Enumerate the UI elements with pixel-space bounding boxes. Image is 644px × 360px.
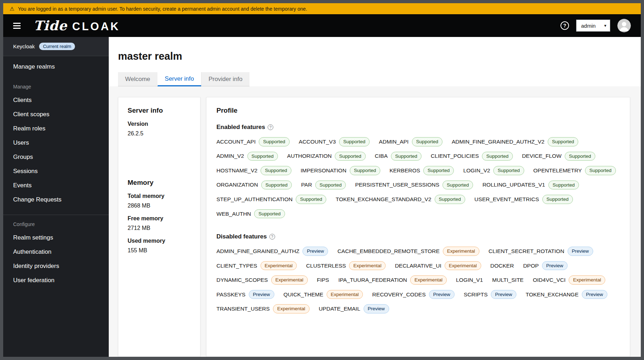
help-icon[interactable]: ?: [269, 234, 275, 240]
sidebar-section-configure-label: Configure: [3, 215, 109, 231]
sidebar-item[interactable]: Client scopes: [3, 107, 109, 122]
sidebar-item[interactable]: Sessions: [3, 164, 109, 178]
main-content: master realm WelcomeServer infoProvider …: [109, 37, 641, 357]
feature-name: CLIENT_SECRET_ROTATION: [489, 248, 564, 254]
warning-icon: ⚠: [10, 6, 14, 11]
sidebar-item[interactable]: Groups: [3, 150, 109, 164]
feature-badge: Supported: [247, 152, 278, 161]
feature-item: ADMIN_FINE_GRAINED_AUTHZ Preview: [216, 247, 328, 256]
sidebar-item[interactable]: Authentication: [3, 245, 109, 259]
sidebar-item[interactable]: User federation: [3, 273, 109, 288]
feature-name: PAR: [301, 182, 312, 188]
sidebar-item[interactable]: Users: [3, 136, 109, 150]
feature-item: ACCOUNT_API Supported: [216, 137, 290, 146]
profile-card: Profile Enabled features ? ACCOUNT_API S…: [206, 97, 630, 357]
feature-name: ADMIN_API: [379, 139, 409, 145]
feature-name: ACCOUNT_API: [216, 139, 256, 145]
feature-item: LOGIN_V2 Supported: [463, 166, 524, 175]
feature-name: PASSKEYS: [216, 291, 246, 298]
feature-item: CLIENT_POLICIES Supported: [431, 152, 513, 161]
feature-name: CLUSTERLESS: [306, 263, 346, 269]
sidebar-item[interactable]: Identity providers: [3, 259, 109, 273]
memory-field-value: 2868 MB: [128, 203, 191, 209]
help-icon[interactable]: ?: [560, 21, 569, 30]
feature-name: TOKEN_EXCHANGE_STANDARD_V2: [336, 196, 431, 203]
feature-badge: Experimental: [349, 261, 386, 270]
feature-item: CLUSTERLESS Experimental: [306, 261, 386, 270]
app-window: ⚠ You are logged in as a temporary admin…: [3, 3, 641, 357]
page-header: master realm WelcomeServer infoProvider …: [109, 37, 641, 86]
feature-item: ACCOUNT_V3 Supported: [299, 137, 370, 146]
sidebar-item[interactable]: Realm roles: [3, 122, 109, 136]
brand-logo-secondary: CLOAK: [72, 20, 120, 33]
sidebar-item-manage-realms[interactable]: Manage realms: [3, 60, 109, 74]
sidebar-item[interactable]: Change Requests: [3, 193, 109, 207]
feature-name: ACCOUNT_V3: [299, 139, 336, 145]
tab[interactable]: Welcome: [118, 72, 157, 86]
sidebar-item[interactable]: Events: [3, 178, 109, 193]
feature-item: TOKEN_EXCHANGE Preview: [526, 290, 607, 299]
feature-badge: Experimental: [273, 304, 310, 313]
realm-selector[interactable]: Keycloak Current realm: [3, 37, 109, 56]
feature-name: DECLARATIVE_UI: [395, 263, 441, 269]
feature-item: DPOP Preview: [523, 261, 568, 270]
feature-name: UPDATE_EMAIL: [319, 306, 360, 312]
feature-badge: Preview: [364, 304, 389, 313]
memory-field-label: Total memory: [128, 193, 191, 199]
feature-item: WEB_AUTHN Supported: [216, 209, 285, 219]
sidebar-section-configure: Configure Realm settingsAuthenticationId…: [3, 215, 109, 288]
feature-badge: Preview: [582, 290, 607, 299]
feature-name: MULTI_SITE: [492, 277, 524, 283]
tab[interactable]: Server info: [157, 72, 201, 86]
feature-name: RECOVERY_CODES: [372, 291, 425, 298]
feature-item: USER_EVENT_METRICS Supported: [474, 195, 573, 204]
content-area: Server info Version 26.2.5 Memory Total …: [109, 86, 641, 357]
version-label: Version: [128, 121, 191, 127]
feature-name: FIPS: [317, 277, 329, 283]
feature-item: IPA_TUURA_FEDERATION Experimental: [338, 275, 447, 285]
feature-badge: Preview: [542, 261, 568, 270]
user-menu-dropdown[interactable]: admin ▾: [576, 20, 610, 32]
feature-name: QUICK_THEME: [284, 291, 323, 298]
menu-toggle-icon[interactable]: [13, 23, 21, 29]
sidebar-item[interactable]: Clients: [3, 93, 109, 107]
feature-name: TOKEN_EXCHANGE: [526, 291, 579, 298]
disabled-features-header: Disabled features ?: [216, 233, 620, 240]
feature-item: RECOVERY_CODES Preview: [372, 290, 454, 299]
feature-item: ADMIN_V2 Supported: [216, 152, 278, 161]
feature-item: OPENTELEMETRY Supported: [533, 166, 616, 175]
memory-field-value: 155 MB: [128, 247, 191, 254]
feature-badge: Experimental: [445, 261, 481, 270]
feature-item: ADMIN_API Supported: [379, 137, 442, 146]
memory-fields-list: Total memory 2868 MB Free memory 2712 MB…: [128, 193, 191, 254]
help-icon[interactable]: ?: [268, 124, 273, 130]
feature-badge: Supported: [315, 181, 346, 190]
realm-selector-label: Keycloak: [13, 43, 35, 49]
tab[interactable]: Provider info: [201, 72, 249, 86]
feature-item: TRANSIENT_USERS Experimental: [216, 304, 310, 313]
feature-item: CIBA Supported: [375, 152, 422, 161]
feature-badge: Preview: [568, 247, 593, 256]
version-value: 26.2.5: [128, 130, 191, 137]
feature-badge: Supported: [565, 152, 595, 161]
memory-field-label: Used memory: [128, 238, 191, 244]
memory-field: Free memory 2712 MB: [128, 215, 191, 231]
feature-item: KERBEROS Supported: [390, 166, 454, 175]
feature-badge: Supported: [435, 195, 465, 204]
sidebar-item[interactable]: Realm settings: [3, 231, 109, 245]
feature-badge: Experimental: [261, 261, 297, 270]
avatar[interactable]: [617, 19, 631, 32]
feature-badge: Supported: [391, 152, 422, 161]
feature-item: TOKEN_EXCHANGE_STANDARD_V2 Supported: [336, 195, 465, 204]
feature-name: OPENTELEMETRY: [533, 167, 582, 174]
memory-field-value: 2712 MB: [128, 225, 191, 231]
feature-item: QUICK_THEME Experimental: [284, 290, 363, 299]
feature-badge: Supported: [261, 166, 291, 175]
brand-logo[interactable]: Tide CLOAK: [33, 18, 120, 33]
app-body: Keycloak Current realm Manage realms Man…: [3, 37, 641, 357]
feature-item: LOGIN_V1: [456, 277, 483, 283]
enabled-features-label: Enabled features: [216, 124, 265, 131]
feature-badge: Supported: [339, 137, 370, 146]
enabled-features-list: ACCOUNT_API Supported ACCOUNT_V3 Support…: [216, 137, 620, 218]
feature-badge: Experimental: [569, 275, 605, 285]
